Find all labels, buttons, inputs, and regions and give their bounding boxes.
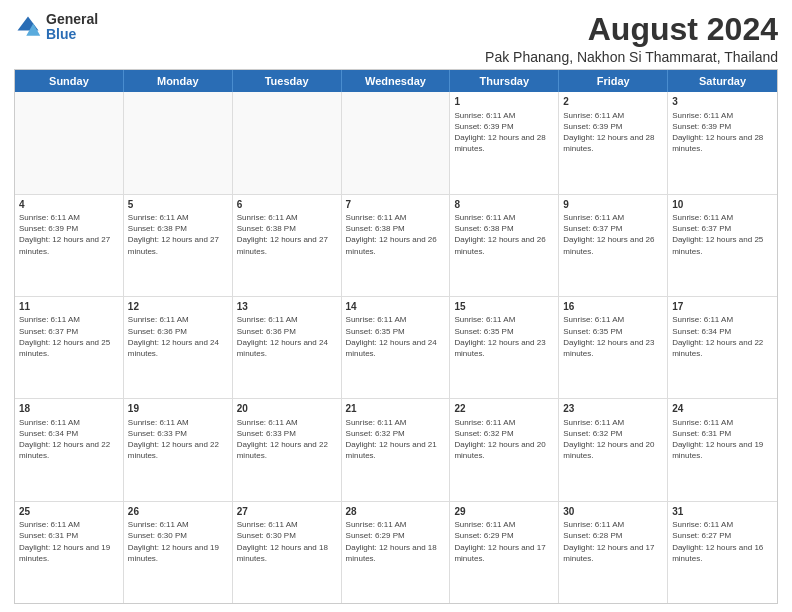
calendar-body: 1Sunrise: 6:11 AMSunset: 6:39 PMDaylight… xyxy=(15,92,777,603)
day-cell-12: 12Sunrise: 6:11 AMSunset: 6:36 PMDayligh… xyxy=(124,297,233,398)
day-info: Sunrise: 6:11 AMSunset: 6:39 PMDaylight:… xyxy=(672,110,773,155)
day-info: Sunrise: 6:11 AMSunset: 6:38 PMDaylight:… xyxy=(237,212,337,257)
day-info: Sunrise: 6:11 AMSunset: 6:30 PMDaylight:… xyxy=(237,519,337,564)
day-info: Sunrise: 6:11 AMSunset: 6:27 PMDaylight:… xyxy=(672,519,773,564)
day-cell-5: 5Sunrise: 6:11 AMSunset: 6:38 PMDaylight… xyxy=(124,195,233,296)
day-cell-18: 18Sunrise: 6:11 AMSunset: 6:34 PMDayligh… xyxy=(15,399,124,500)
day-info: Sunrise: 6:11 AMSunset: 6:33 PMDaylight:… xyxy=(128,417,228,462)
day-number: 22 xyxy=(454,402,554,416)
empty-cell xyxy=(233,92,342,193)
day-info: Sunrise: 6:11 AMSunset: 6:32 PMDaylight:… xyxy=(454,417,554,462)
empty-cell xyxy=(342,92,451,193)
day-number: 2 xyxy=(563,95,663,109)
day-number: 9 xyxy=(563,198,663,212)
day-number: 4 xyxy=(19,198,119,212)
day-number: 8 xyxy=(454,198,554,212)
title-block: August 2024 Pak Phanang, Nakhon Si Thamm… xyxy=(485,12,778,65)
day-info: Sunrise: 6:11 AMSunset: 6:35 PMDaylight:… xyxy=(346,314,446,359)
day-info: Sunrise: 6:11 AMSunset: 6:36 PMDaylight:… xyxy=(128,314,228,359)
day-number: 19 xyxy=(128,402,228,416)
day-number: 16 xyxy=(563,300,663,314)
day-info: Sunrise: 6:11 AMSunset: 6:32 PMDaylight:… xyxy=(346,417,446,462)
header: General Blue August 2024 Pak Phanang, Na… xyxy=(14,12,778,65)
week-row-4: 18Sunrise: 6:11 AMSunset: 6:34 PMDayligh… xyxy=(15,399,777,501)
main-title: August 2024 xyxy=(485,12,778,47)
day-cell-31: 31Sunrise: 6:11 AMSunset: 6:27 PMDayligh… xyxy=(668,502,777,603)
day-info: Sunrise: 6:11 AMSunset: 6:38 PMDaylight:… xyxy=(454,212,554,257)
day-number: 27 xyxy=(237,505,337,519)
day-info: Sunrise: 6:11 AMSunset: 6:37 PMDaylight:… xyxy=(563,212,663,257)
day-number: 31 xyxy=(672,505,773,519)
header-day-sunday: Sunday xyxy=(15,70,124,92)
week-row-2: 4Sunrise: 6:11 AMSunset: 6:39 PMDaylight… xyxy=(15,195,777,297)
day-cell-19: 19Sunrise: 6:11 AMSunset: 6:33 PMDayligh… xyxy=(124,399,233,500)
week-row-5: 25Sunrise: 6:11 AMSunset: 6:31 PMDayligh… xyxy=(15,502,777,603)
logo-text: General Blue xyxy=(46,12,98,43)
day-number: 24 xyxy=(672,402,773,416)
day-cell-1: 1Sunrise: 6:11 AMSunset: 6:39 PMDaylight… xyxy=(450,92,559,193)
day-number: 29 xyxy=(454,505,554,519)
day-number: 26 xyxy=(128,505,228,519)
day-cell-14: 14Sunrise: 6:11 AMSunset: 6:35 PMDayligh… xyxy=(342,297,451,398)
day-info: Sunrise: 6:11 AMSunset: 6:39 PMDaylight:… xyxy=(454,110,554,155)
day-cell-2: 2Sunrise: 6:11 AMSunset: 6:39 PMDaylight… xyxy=(559,92,668,193)
day-info: Sunrise: 6:11 AMSunset: 6:35 PMDaylight:… xyxy=(563,314,663,359)
day-number: 25 xyxy=(19,505,119,519)
day-cell-16: 16Sunrise: 6:11 AMSunset: 6:35 PMDayligh… xyxy=(559,297,668,398)
logo: General Blue xyxy=(14,12,98,43)
day-info: Sunrise: 6:11 AMSunset: 6:39 PMDaylight:… xyxy=(19,212,119,257)
day-number: 1 xyxy=(454,95,554,109)
day-info: Sunrise: 6:11 AMSunset: 6:38 PMDaylight:… xyxy=(128,212,228,257)
empty-cell xyxy=(15,92,124,193)
day-cell-17: 17Sunrise: 6:11 AMSunset: 6:34 PMDayligh… xyxy=(668,297,777,398)
day-number: 28 xyxy=(346,505,446,519)
day-info: Sunrise: 6:11 AMSunset: 6:37 PMDaylight:… xyxy=(19,314,119,359)
day-info: Sunrise: 6:11 AMSunset: 6:31 PMDaylight:… xyxy=(19,519,119,564)
day-info: Sunrise: 6:11 AMSunset: 6:30 PMDaylight:… xyxy=(128,519,228,564)
day-info: Sunrise: 6:11 AMSunset: 6:34 PMDaylight:… xyxy=(19,417,119,462)
day-number: 30 xyxy=(563,505,663,519)
header-day-monday: Monday xyxy=(124,70,233,92)
day-cell-6: 6Sunrise: 6:11 AMSunset: 6:38 PMDaylight… xyxy=(233,195,342,296)
header-day-saturday: Saturday xyxy=(668,70,777,92)
week-row-3: 11Sunrise: 6:11 AMSunset: 6:37 PMDayligh… xyxy=(15,297,777,399)
day-info: Sunrise: 6:11 AMSunset: 6:32 PMDaylight:… xyxy=(563,417,663,462)
day-number: 17 xyxy=(672,300,773,314)
day-info: Sunrise: 6:11 AMSunset: 6:33 PMDaylight:… xyxy=(237,417,337,462)
logo-blue: Blue xyxy=(46,27,98,42)
day-info: Sunrise: 6:11 AMSunset: 6:36 PMDaylight:… xyxy=(237,314,337,359)
day-cell-23: 23Sunrise: 6:11 AMSunset: 6:32 PMDayligh… xyxy=(559,399,668,500)
day-cell-28: 28Sunrise: 6:11 AMSunset: 6:29 PMDayligh… xyxy=(342,502,451,603)
day-cell-27: 27Sunrise: 6:11 AMSunset: 6:30 PMDayligh… xyxy=(233,502,342,603)
day-cell-21: 21Sunrise: 6:11 AMSunset: 6:32 PMDayligh… xyxy=(342,399,451,500)
day-info: Sunrise: 6:11 AMSunset: 6:29 PMDaylight:… xyxy=(346,519,446,564)
day-number: 18 xyxy=(19,402,119,416)
day-cell-10: 10Sunrise: 6:11 AMSunset: 6:37 PMDayligh… xyxy=(668,195,777,296)
empty-cell xyxy=(124,92,233,193)
day-info: Sunrise: 6:11 AMSunset: 6:29 PMDaylight:… xyxy=(454,519,554,564)
day-info: Sunrise: 6:11 AMSunset: 6:39 PMDaylight:… xyxy=(563,110,663,155)
day-cell-20: 20Sunrise: 6:11 AMSunset: 6:33 PMDayligh… xyxy=(233,399,342,500)
day-number: 13 xyxy=(237,300,337,314)
day-cell-15: 15Sunrise: 6:11 AMSunset: 6:35 PMDayligh… xyxy=(450,297,559,398)
day-number: 20 xyxy=(237,402,337,416)
logo-general: General xyxy=(46,12,98,27)
day-cell-26: 26Sunrise: 6:11 AMSunset: 6:30 PMDayligh… xyxy=(124,502,233,603)
day-cell-24: 24Sunrise: 6:11 AMSunset: 6:31 PMDayligh… xyxy=(668,399,777,500)
day-info: Sunrise: 6:11 AMSunset: 6:37 PMDaylight:… xyxy=(672,212,773,257)
day-cell-13: 13Sunrise: 6:11 AMSunset: 6:36 PMDayligh… xyxy=(233,297,342,398)
day-cell-11: 11Sunrise: 6:11 AMSunset: 6:37 PMDayligh… xyxy=(15,297,124,398)
day-cell-29: 29Sunrise: 6:11 AMSunset: 6:29 PMDayligh… xyxy=(450,502,559,603)
logo-icon xyxy=(14,13,42,41)
day-cell-4: 4Sunrise: 6:11 AMSunset: 6:39 PMDaylight… xyxy=(15,195,124,296)
day-number: 3 xyxy=(672,95,773,109)
day-cell-22: 22Sunrise: 6:11 AMSunset: 6:32 PMDayligh… xyxy=(450,399,559,500)
day-number: 10 xyxy=(672,198,773,212)
day-info: Sunrise: 6:11 AMSunset: 6:34 PMDaylight:… xyxy=(672,314,773,359)
week-row-1: 1Sunrise: 6:11 AMSunset: 6:39 PMDaylight… xyxy=(15,92,777,194)
calendar: SundayMondayTuesdayWednesdayThursdayFrid… xyxy=(14,69,778,604)
page: General Blue August 2024 Pak Phanang, Na… xyxy=(0,0,792,612)
day-number: 7 xyxy=(346,198,446,212)
day-number: 5 xyxy=(128,198,228,212)
day-number: 14 xyxy=(346,300,446,314)
